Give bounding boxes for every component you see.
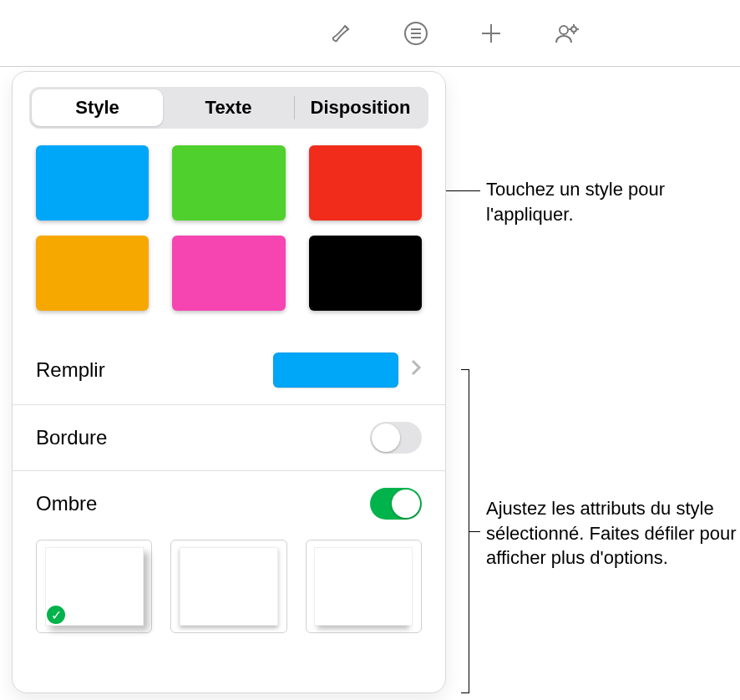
fill-label: Remplir	[36, 358, 273, 382]
border-row: Bordure	[13, 404, 445, 470]
preset-black[interactable]	[309, 236, 422, 311]
shadow-option-curve[interactable]	[306, 540, 422, 633]
chevron-right-icon	[410, 358, 422, 382]
preset-blue[interactable]	[36, 145, 149, 221]
tab-segmented-control: Style Texte Disposition	[29, 87, 428, 129]
preset-green[interactable]	[172, 145, 285, 221]
tab-layout[interactable]: Disposition	[295, 89, 426, 126]
shadow-option-drop[interactable]: ✓	[36, 540, 152, 633]
list-icon[interactable]	[399, 17, 433, 50]
callout-line	[469, 531, 480, 532]
shadow-label: Ombre	[36, 492, 370, 515]
border-label: Bordure	[36, 426, 370, 449]
svg-point-7	[571, 27, 576, 32]
callout-adjust-attrs: Ajustez les attributs du style sélection…	[486, 496, 737, 571]
shadow-toggle[interactable]	[370, 488, 422, 520]
format-popover: Style Texte Disposition Remplir Bordure …	[12, 71, 446, 693]
preset-orange[interactable]	[36, 236, 149, 311]
callout-apply-style: Touchez un style pour l'appliquer.	[486, 177, 728, 226]
fill-swatch[interactable]	[273, 353, 398, 388]
preset-pink[interactable]	[172, 236, 285, 311]
preset-red[interactable]	[309, 145, 422, 221]
callout-bracket	[461, 369, 469, 693]
shadow-row-header: Ombre	[13, 470, 445, 536]
border-toggle[interactable]	[370, 422, 422, 454]
style-preset-grid	[36, 145, 422, 311]
shadow-options: ✓	[13, 540, 445, 633]
style-attributes: Remplir Bordure Ombre	[13, 336, 445, 536]
tab-style[interactable]: Style	[32, 89, 163, 126]
svg-point-6	[560, 26, 568, 34]
toolbar	[0, 0, 740, 67]
collaborate-icon[interactable]	[550, 17, 583, 50]
fill-row[interactable]: Remplir	[13, 336, 445, 404]
plus-icon[interactable]	[474, 17, 508, 50]
format-brush-icon[interactable]	[324, 17, 357, 50]
tab-text[interactable]: Texte	[163, 89, 294, 126]
shadow-option-contact[interactable]	[170, 540, 286, 633]
check-icon: ✓	[45, 604, 67, 626]
